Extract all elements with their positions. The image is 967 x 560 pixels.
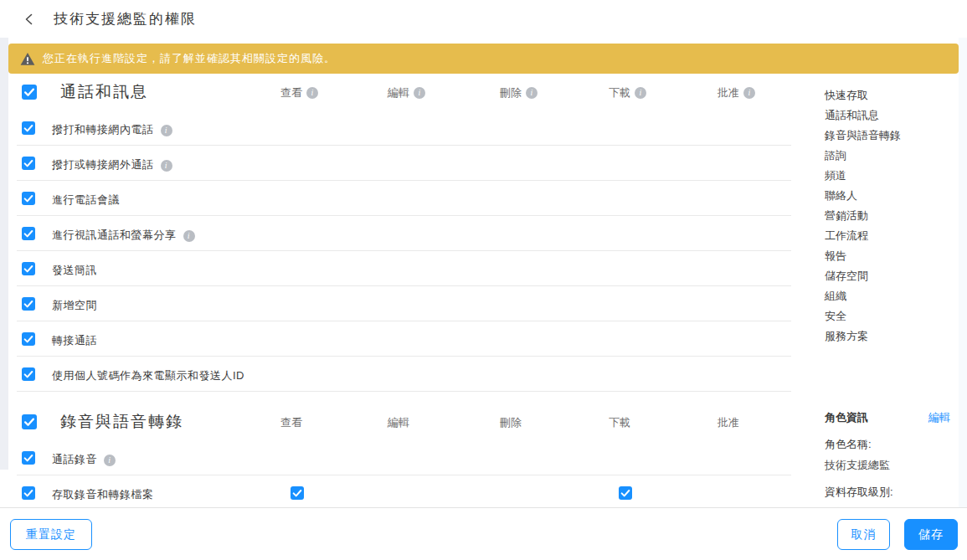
role-name-value: 技術支援總監	[825, 458, 950, 473]
footer-bar: 重置設定 取消 儲存	[0, 507, 967, 560]
cell-checkbox[interactable]	[619, 486, 632, 500]
back-button[interactable]	[15, 5, 44, 33]
reset-settings-button[interactable]: 重置設定	[10, 519, 92, 550]
quick-link[interactable]: 頻道	[825, 166, 959, 186]
row-checkbox[interactable]	[22, 227, 35, 240]
permission-row: 存取錄音和轉錄檔案	[17, 475, 791, 507]
column-header: 批准	[718, 415, 739, 430]
section-checkbox[interactable]	[22, 414, 37, 429]
column-header: 刪除i	[500, 85, 538, 100]
row-checkbox[interactable]	[22, 262, 35, 275]
permission-label: 通話錄音i	[52, 452, 116, 467]
permission-label: 使用個人號碼作為來電顯示和發送人ID	[52, 368, 244, 383]
info-icon[interactable]: i	[743, 87, 755, 99]
section-title: 通話和訊息	[60, 81, 148, 103]
permission-row: 使用個人號碼作為來電顯示和發送人ID	[17, 357, 791, 392]
row-checkbox[interactable]	[22, 332, 35, 346]
section-checkbox[interactable]	[22, 85, 37, 100]
permission-row: 進行電話會議	[17, 181, 791, 216]
column-header: 編輯i	[388, 85, 425, 100]
check-icon	[22, 192, 35, 205]
info-icon[interactable]: i	[161, 160, 172, 172]
quick-link[interactable]: 錄音與語音轉錄	[825, 126, 959, 146]
check-icon	[22, 332, 35, 346]
page-background-strip	[959, 38, 967, 507]
column-header: 編輯	[388, 415, 409, 430]
role-name-label: 角色名稱:	[825, 437, 950, 452]
warning-banner-text: 您正在執行進階設定，請了解並確認其相關設定的風險。	[43, 51, 336, 66]
quick-link[interactable]: 聯絡人	[825, 186, 959, 206]
page-header: 技術支援總監的權限	[0, 0, 967, 38]
check-icon	[22, 157, 35, 170]
column-header: 下載	[609, 415, 630, 430]
chevron-left-icon	[23, 13, 36, 26]
warning-banner: 您正在執行進階設定，請了解並確認其相關設定的風險。	[8, 44, 959, 74]
quick-link[interactable]: 營銷活動	[825, 206, 959, 226]
permission-label: 發送簡訊	[52, 263, 97, 278]
page-background-strip	[0, 0, 8, 470]
info-icon[interactable]: i	[526, 87, 538, 99]
warning-icon	[20, 52, 35, 66]
check-icon	[619, 486, 632, 500]
row-checkbox[interactable]	[22, 297, 35, 311]
check-icon	[22, 367, 35, 381]
check-icon	[291, 486, 304, 500]
role-info-panel: 角色資訊 編輯 角色名稱: 技術支援總監 資料存取級別: 全部	[825, 410, 950, 521]
permission-row: 新增空間	[17, 286, 791, 321]
quick-link[interactable]: 安全	[825, 306, 959, 326]
section-header: 錄音與語音轉錄查看編輯刪除下載批准	[17, 403, 791, 440]
quick-access-links: 通話和訊息錄音與語音轉錄諮詢頻道聯絡人營銷活動工作流程報告儲存空間組織安全服務方…	[825, 105, 959, 347]
info-icon[interactable]: i	[183, 230, 195, 242]
row-checkbox[interactable]	[22, 192, 35, 205]
row-checkbox[interactable]	[22, 486, 35, 500]
info-icon[interactable]: i	[104, 455, 116, 466]
info-icon[interactable]: i	[414, 87, 425, 99]
permission-row: 撥打和轉接網內電話i	[17, 110, 791, 146]
quick-link[interactable]: 工作流程	[825, 226, 959, 246]
permission-row: 進行視訊通話和螢幕分享i	[17, 216, 791, 251]
quick-link[interactable]: 報告	[825, 246, 959, 266]
info-icon[interactable]: i	[635, 87, 646, 99]
cancel-button[interactable]: 取消	[837, 519, 890, 550]
row-checkbox[interactable]	[22, 157, 35, 170]
check-icon	[22, 262, 35, 275]
quick-link[interactable]: 儲存空間	[825, 266, 959, 286]
permission-label: 進行視訊通話和螢幕分享i	[52, 228, 195, 243]
quick-link[interactable]: 組織	[825, 286, 959, 306]
check-icon	[22, 451, 35, 465]
cell-checkbox[interactable]	[291, 486, 304, 500]
row-checkbox[interactable]	[22, 451, 35, 465]
quick-access-sidebar: 快速存取 通話和訊息錄音與語音轉錄諮詢頻道聯絡人營銷活動工作流程報告儲存空間組織…	[825, 85, 959, 347]
permission-row: 發送簡訊	[17, 251, 791, 286]
data-access-label: 資料存取級別:	[825, 485, 950, 500]
check-icon	[22, 227, 35, 240]
quick-link[interactable]: 服務方案	[825, 326, 959, 347]
permission-label: 轉接通話	[52, 333, 97, 348]
info-icon[interactable]: i	[306, 87, 318, 99]
permission-label: 撥打和轉接網內電話i	[52, 122, 172, 137]
permission-label: 撥打或轉接網外通話i	[52, 157, 172, 172]
row-checkbox[interactable]	[22, 367, 35, 381]
permissions-page: 技術支援總監的權限 您正在執行進階設定，請了解並確認其相關設定的風險。 通話和訊…	[0, 0, 967, 560]
permission-row: 通話錄音i	[17, 440, 791, 475]
permissions-table: 通話和訊息查看i編輯i刪除i下載i批准i撥打和轉接網內電話i撥打或轉接網外通話i…	[8, 74, 791, 507]
column-header: 刪除	[500, 415, 522, 430]
page-title: 技術支援總監的權限	[54, 9, 197, 28]
check-icon	[22, 297, 35, 311]
column-header: 批准i	[718, 85, 755, 100]
column-header: 查看i	[280, 85, 318, 100]
role-edit-link[interactable]: 編輯	[928, 410, 950, 425]
check-icon	[22, 486, 35, 500]
quick-access-title: 快速存取	[825, 85, 959, 105]
column-header: 下載i	[609, 85, 646, 100]
quick-link[interactable]: 通話和訊息	[825, 105, 959, 126]
permission-label: 進行電話會議	[52, 193, 120, 208]
quick-link[interactable]: 諮詢	[825, 146, 959, 166]
permission-label: 存取錄音和轉錄檔案	[52, 487, 154, 502]
save-button[interactable]: 儲存	[904, 519, 958, 550]
check-icon	[22, 121, 35, 135]
role-info-title: 角色資訊	[825, 410, 868, 425]
section-title: 錄音與語音轉錄	[60, 411, 183, 433]
info-icon[interactable]: i	[161, 125, 172, 136]
row-checkbox[interactable]	[22, 121, 35, 135]
